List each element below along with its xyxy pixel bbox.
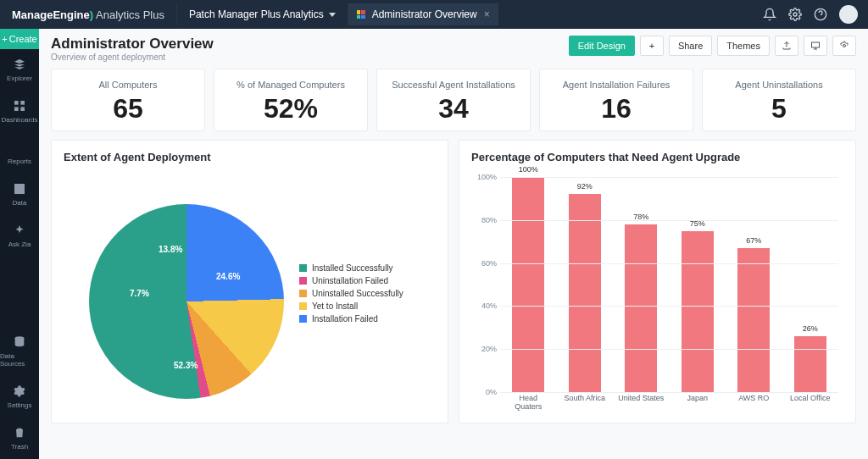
svg-point-10	[843, 45, 846, 47]
topbar-actions	[763, 5, 868, 24]
x-axis-label: AWS RO	[730, 394, 777, 411]
brand-product: Analytics Plus	[96, 8, 164, 21]
sidebar-item-reports[interactable]: Reports	[0, 132, 39, 174]
close-icon[interactable]: ×	[484, 8, 490, 20]
brand-paren-icon: )	[90, 8, 93, 21]
x-axis-label: United States	[617, 394, 665, 411]
page-subtitle: Overview of agent deployment	[51, 53, 214, 62]
top-bar: ManageEngine) Analytics Plus Patch Manag…	[0, 0, 868, 29]
settings-button[interactable]	[832, 36, 856, 56]
bar-column: 78%	[617, 177, 665, 392]
legend-item: Installed Successfully	[299, 262, 403, 274]
bar-column: 75%	[674, 177, 721, 392]
bar-column: 92%	[561, 177, 609, 392]
sidebar-item-data-sources[interactable]: Data Sources	[0, 327, 39, 376]
x-axis-label: South Africa	[561, 394, 609, 411]
bar-value-label: 100%	[519, 165, 538, 174]
sidebar-item-data[interactable]: Data	[0, 174, 39, 215]
themes-button[interactable]: Themes	[717, 36, 770, 56]
gridline: 100%	[500, 177, 838, 178]
plus-icon: +	[2, 34, 7, 44]
svg-rect-5	[20, 107, 25, 111]
bar-value-label: 67%	[746, 236, 761, 245]
bar: 67%	[737, 248, 770, 392]
legend-swatch	[299, 264, 307, 272]
sidebar: +Create Explorer Dashboards Reports Data…	[0, 29, 39, 459]
page-header: Administrator Overview Overview of agent…	[51, 36, 856, 62]
kpi-managed-percent: % of Managed Computers52%	[214, 69, 368, 131]
gridline: 60%	[500, 263, 838, 264]
pie-slice-label: 52.3%	[174, 361, 198, 370]
bar: 78%	[625, 224, 657, 392]
legend-item: Installation Failed	[299, 312, 403, 325]
bar-value-label: 26%	[803, 324, 818, 333]
panel-bar: Percentage of Computers that Need Agent …	[459, 140, 856, 423]
workspace-selector[interactable]: Patch Manager Plus Analytics	[176, 3, 348, 25]
bar-column: 100%	[504, 177, 552, 392]
header-actions: Edit Design + Share Themes	[569, 36, 856, 56]
edit-design-button[interactable]: Edit Design	[569, 36, 635, 56]
legend-item: Uninstallation Failed	[299, 274, 403, 287]
kpi-uninstallations: Agent Uninstallations5	[702, 69, 856, 131]
present-button[interactable]	[804, 36, 827, 56]
kpi-successful-installs: Successful Agent Installations34	[376, 69, 531, 131]
chart-panels: Extent of Agent Deployment 24.6%13.8%7.7…	[51, 140, 856, 423]
bell-icon[interactable]	[763, 8, 776, 21]
gridline: 40%	[500, 306, 838, 307]
brand-manageengine: ManageEngine	[12, 8, 90, 21]
pie-title: Extent of Agent Deployment	[64, 151, 436, 163]
page-title: Administrator Overview	[51, 36, 214, 53]
tab-administrator-overview[interactable]: Administrator Overview ×	[348, 3, 499, 25]
svg-rect-2	[14, 101, 19, 105]
bar: 26%	[794, 336, 826, 392]
x-axis-label: Japan	[674, 394, 721, 411]
legend-item: Uninstalled Successfully	[299, 287, 403, 300]
svg-rect-4	[14, 107, 19, 111]
sidebar-item-dashboards[interactable]: Dashboards	[0, 91, 39, 132]
legend-swatch	[299, 302, 307, 310]
svg-rect-9	[812, 42, 820, 47]
bar: 75%	[682, 231, 714, 393]
share-button[interactable]: Share	[669, 36, 712, 56]
svg-rect-6	[14, 184, 25, 194]
main-content: Administrator Overview Overview of agent…	[39, 29, 868, 459]
pie-slice-label: 13.8%	[159, 245, 182, 254]
gridline: 20%	[500, 349, 838, 350]
gridline: 80%	[500, 220, 838, 221]
kpi-all-computers: All Computers65	[51, 69, 205, 131]
chevron-down-icon	[329, 13, 336, 17]
workspace-name: Patch Manager Plus Analytics	[189, 8, 324, 20]
create-button[interactable]: +Create	[0, 29, 39, 49]
export-button[interactable]	[775, 36, 798, 56]
bar-column: 26%	[787, 177, 834, 392]
gear-icon[interactable]	[788, 8, 802, 21]
brand: ManageEngine) Analytics Plus	[0, 8, 176, 21]
kpi-row: All Computers65 % of Managed Computers52…	[51, 69, 856, 131]
legend-swatch	[299, 277, 307, 285]
pie-slice-label: 24.6%	[216, 272, 240, 281]
legend-item: Yet to Install	[299, 300, 403, 312]
pie-slice-label: 7.7%	[130, 289, 149, 298]
bar-value-label: 92%	[577, 182, 593, 191]
bar-title: Percentage of Computers that Need Agent …	[471, 151, 843, 163]
legend-swatch	[299, 290, 307, 297]
legend-swatch	[299, 315, 307, 323]
gridline: 0%	[500, 392, 838, 393]
sidebar-item-ask-zia[interactable]: Ask Zia	[0, 215, 39, 257]
sidebar-item-trash[interactable]: Trash	[0, 418, 39, 459]
svg-point-0	[793, 13, 797, 16]
pie-legend: Installed SuccessfullyUninstallation Fai…	[299, 262, 403, 325]
svg-rect-3	[20, 101, 25, 105]
sidebar-item-settings[interactable]: Settings	[0, 376, 39, 418]
x-axis-label: Head Quaters	[504, 394, 552, 411]
bar-chart: 100%92%78%75%67%26% 0%20%40%60%80%100% H…	[471, 170, 843, 416]
help-icon[interactable]	[814, 8, 827, 21]
dashboard-icon	[357, 10, 365, 19]
bar: 92%	[569, 194, 601, 392]
kpi-install-failures: Agent Installation Failures16	[539, 69, 693, 131]
avatar[interactable]	[839, 5, 858, 24]
add-button[interactable]: +	[640, 36, 664, 56]
sidebar-item-explorer[interactable]: Explorer	[0, 49, 39, 91]
bar-column: 67%	[730, 177, 777, 392]
panel-pie: Extent of Agent Deployment 24.6%13.8%7.7…	[51, 140, 448, 423]
